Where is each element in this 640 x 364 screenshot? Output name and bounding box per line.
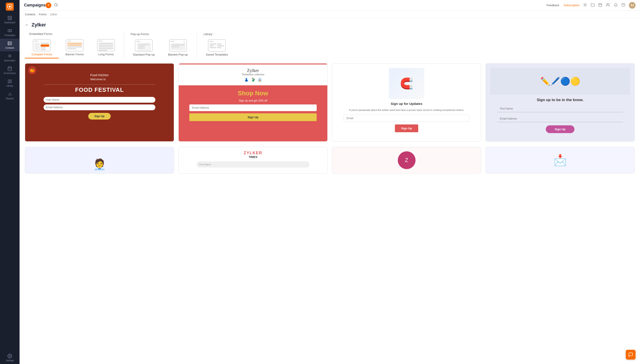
card-know-content: ✏️🖊️🔵🟡 Sign up to be in the know. Sign U…	[486, 64, 634, 141]
popup-forms-label: Pop-up Forms	[131, 32, 149, 36]
sidebar-item-label: Dashboard	[4, 21, 15, 24]
svg-rect-1	[8, 16, 9, 18]
search-button[interactable]	[54, 3, 58, 8]
tab-banner-forms[interactable]: Banner Forms	[59, 37, 90, 58]
know-signup-button[interactable]: Sign Up	[546, 125, 574, 133]
template-card-fashion[interactable]: Zylker Thefashion collective 👗 🥻 👔 Shop …	[178, 63, 328, 142]
sidebar-item-library[interactable]: Library	[0, 77, 20, 89]
svg-point-15	[54, 3, 57, 6]
template-card-food-kitchen[interactable]: 🍊 Food Kitchen Welcomes to FOOD FESTIVAL…	[25, 63, 174, 142]
tab-saved-templates[interactable]: Saved Templates	[199, 38, 235, 58]
blanket-popup-label: Blanket Pop-up	[168, 53, 188, 56]
tab-long-forms[interactable]: Long Forms	[90, 37, 122, 58]
r2-4-illustration: 📩	[554, 154, 567, 166]
app-name-text: Campaigns	[24, 3, 46, 8]
library-form-tabs: Saved Templates	[199, 38, 235, 58]
subscription-link[interactable]: Subscription	[564, 4, 580, 7]
sidebar-item-settings[interactable]: Settings	[0, 351, 20, 364]
divider-2	[197, 32, 197, 58]
bell-icon[interactable]	[614, 3, 618, 8]
library-label: Library	[204, 32, 212, 36]
magnet-signup-button[interactable]: Sign Up	[395, 124, 418, 132]
template-card-know[interactable]: ✏️🖊️🔵🟡 Sign up to be in the know. Sign U…	[486, 63, 635, 142]
form-tabs-row: Embedded Forms	[25, 32, 635, 58]
template-card-r2-3[interactable]: Z	[332, 147, 481, 174]
svg-rect-2	[10, 16, 12, 18]
breadcrumb-contacts[interactable]: Contacts	[25, 13, 35, 16]
know-firstname-input[interactable]	[497, 105, 623, 112]
magnet-email-input[interactable]	[344, 115, 469, 122]
svg-rect-3	[8, 18, 9, 20]
r2-1-illustration: 🧑‍💼	[93, 158, 106, 171]
topbar-icons: SJ	[583, 2, 636, 9]
sidebar-item-label: Settings	[6, 359, 14, 362]
breadcrumb-forms[interactable]: Forms	[39, 13, 46, 16]
magnet-title: Sign up for Updates	[391, 102, 422, 106]
divider-1	[124, 32, 124, 58]
magnet-illustration: 🧲	[389, 68, 424, 99]
breadcrumb: Contacts › Forms › Zylker	[20, 11, 640, 18]
template-card-r2-2[interactable]: ZYLKER TIMES First Name	[178, 147, 328, 174]
embedded-forms-label: Embedded Forms	[29, 32, 52, 36]
svg-point-14	[9, 355, 10, 357]
shop-now-label: Shop Now	[238, 90, 268, 97]
shirt-icon: 👔	[258, 78, 262, 82]
svg-rect-12	[8, 80, 10, 83]
calendar-icon[interactable]	[598, 3, 602, 8]
app-name-label: Campaigns	[24, 3, 46, 8]
food-email-input[interactable]	[44, 104, 155, 110]
list-icon[interactable]	[583, 3, 587, 8]
r2-3-logo: Z	[398, 151, 416, 169]
food-username-input[interactable]	[44, 97, 155, 103]
food-signup-button[interactable]: Sign Up	[88, 113, 111, 120]
blanket-popup-icon: ✕	[169, 39, 187, 52]
back-button[interactable]: ←	[25, 23, 29, 27]
long-forms-label: Long Forms	[98, 53, 114, 56]
form-tabs-section: Embedded Forms	[20, 28, 640, 58]
food-title: Food Kitchen Welcomes to	[90, 73, 109, 83]
library-group: Library	[199, 32, 235, 58]
user-avatar[interactable]: SJ	[629, 2, 636, 9]
sidebar-item-dashboard[interactable]: Dashboard	[0, 13, 20, 26]
popup-forms-group: Pop-up Forms	[126, 32, 194, 58]
long-forms-icon	[97, 39, 115, 51]
add-button[interactable]: +	[46, 2, 51, 8]
template-card-r2-4[interactable]: 📩	[486, 147, 635, 174]
breadcrumb-sep-1: ›	[37, 13, 38, 16]
saved-templates-label: Saved Templates	[206, 53, 228, 56]
sidebar-item-automation[interactable]: Automation	[0, 51, 20, 64]
sidebar-item-campaigns[interactable]: Campaigns	[0, 26, 20, 39]
tab-standard-popup[interactable]: Standard Pop-up	[126, 38, 161, 58]
sidebar-item-reports[interactable]: Reports	[0, 89, 20, 102]
tab-blanket-popup[interactable]: ✕ Blanket Pop-up	[161, 38, 194, 58]
svg-point-24	[622, 3, 625, 6]
users-icon[interactable]	[606, 3, 610, 8]
fashion-signup-button[interactable]: Sign Up	[189, 113, 317, 121]
shop-offer: Sign up and get 25% off	[239, 99, 267, 102]
sidebar-item-contacts[interactable]: Contacts	[0, 39, 20, 51]
r2-2-subtitle: TIMES	[249, 155, 258, 159]
sidebar-item-label: Library	[6, 85, 13, 87]
sidebar-item-ecommerce[interactable]: Ecommerce	[0, 64, 20, 77]
sidebar-item-label: Automation	[4, 59, 16, 62]
folder-icon[interactable]	[591, 3, 595, 8]
topbar-links: Feedback Subscription	[546, 4, 580, 7]
app-logo[interactable]	[0, 0, 20, 13]
popup-form-tabs: Standard Pop-up ✕	[126, 38, 194, 58]
know-email-input[interactable]	[497, 115, 623, 122]
magnet-desc: If you're passionate about the written w…	[349, 108, 464, 112]
feedback-link[interactable]: Feedback	[546, 4, 559, 7]
chat-button[interactable]	[626, 350, 636, 360]
fashion-email-input[interactable]	[189, 104, 317, 111]
svg-point-5	[9, 30, 10, 31]
card-magnet-content: 🧲 Sign up for Updates If you're passiona…	[332, 64, 481, 141]
template-card-magnet[interactable]: 🧲 Sign up for Updates If you're passiona…	[332, 63, 481, 142]
pencils-illustration: ✏️🖊️🔵🟡	[490, 68, 630, 95]
help-icon[interactable]	[621, 3, 625, 8]
sidebar-item-label: Ecommerce	[4, 72, 16, 74]
tab-compact-forms[interactable]: Compact Forms	[25, 37, 59, 58]
food-divider	[44, 84, 155, 85]
template-card-r2-1[interactable]: 🧑‍💼	[25, 147, 174, 174]
dress-icon-2: 🥻	[251, 78, 255, 82]
fashion-top: Zylker Thefashion collective 👗 🥻 👔	[179, 64, 327, 85]
